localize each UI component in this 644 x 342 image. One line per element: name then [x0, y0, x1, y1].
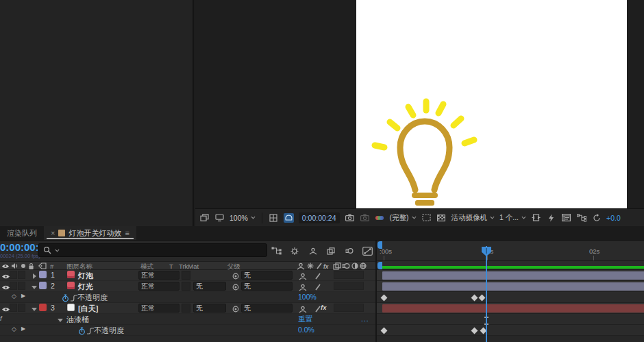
- audio-column-icon[interactable]: [10, 262, 18, 270]
- pixel-aspect-correction-icon[interactable]: [531, 213, 541, 223]
- expand-arrow-icon[interactable]: [31, 271, 37, 281]
- quality-switch-icon[interactable]: [312, 282, 323, 292]
- tab-render-queue[interactable]: 渲染队列: [0, 226, 44, 240]
- blend-mode-dropdown[interactable]: 正常: [138, 271, 179, 280]
- shy-layers-icon[interactable]: [307, 245, 319, 256]
- layer-row-2[interactable]: 2 灯光 正常 无 无: [0, 281, 375, 292]
- grid-guides-icon[interactable]: [269, 213, 279, 223]
- keyframe-navigator-diamond[interactable]: ◇: [12, 326, 16, 332]
- keyframe-diamond-icon[interactable]: [471, 327, 478, 334]
- graph-editor-icon[interactable]: [362, 245, 374, 256]
- property-row-opacity-2[interactable]: ◇ ▶ 不透明度 0.0%: [0, 325, 375, 336]
- video-column-icon[interactable]: [1, 262, 10, 270]
- panel-menu-icon[interactable]: ≡: [125, 229, 129, 237]
- keyframe-navigator-next[interactable]: ▶: [21, 326, 25, 332]
- composition-flowchart-icon[interactable]: [576, 213, 586, 223]
- layer-row-3[interactable]: 3 [白天] 正常 无 无 fx: [0, 303, 375, 314]
- layer-row-1[interactable]: 1 灯泡 正常 无: [0, 270, 375, 281]
- blend-mode-dropdown[interactable]: 正常: [138, 304, 179, 313]
- multi-view-icon[interactable]: [199, 213, 210, 223]
- parent-dropdown[interactable]: 无: [241, 304, 293, 313]
- label-color-box[interactable]: [39, 282, 47, 289]
- magnification-dropdown[interactable]: 100%: [230, 214, 256, 222]
- primary-viewer-icon[interactable]: [214, 213, 225, 223]
- motion-blur-icon[interactable]: [343, 245, 356, 256]
- keyframe-diamond-icon[interactable]: [479, 294, 486, 301]
- fx-switch[interactable]: fx: [321, 304, 326, 311]
- 3d-view-dropdown[interactable]: 活动摄像机: [451, 213, 495, 223]
- reset-link[interactable]: 重置: [298, 315, 312, 324]
- collapse-arrow-icon[interactable]: [31, 282, 37, 292]
- col-t[interactable]: T: [169, 262, 173, 270]
- preserve-transparency-cell[interactable]: [182, 282, 190, 291]
- shy-switch-icon[interactable]: [297, 304, 308, 314]
- trkmat-dropdown[interactable]: 无: [193, 282, 226, 291]
- resolution-dropdown[interactable]: (完整): [390, 213, 417, 223]
- exposure-value[interactable]: +0.0: [606, 214, 621, 222]
- draft-3d-icon[interactable]: [288, 245, 301, 256]
- pick-whip-icon[interactable]: [230, 271, 240, 281]
- lock-column-icon[interactable]: [27, 262, 35, 270]
- composition-canvas[interactable]: [356, 0, 627, 208]
- blend-mode-dropdown[interactable]: 正常: [138, 282, 179, 291]
- view-layout-dropdown[interactable]: 1 个...: [499, 213, 526, 223]
- property-name[interactable]: 不透明度: [94, 326, 124, 336]
- shy-icon[interactable]: [297, 262, 305, 270]
- quality-switch-icon[interactable]: [312, 271, 323, 281]
- audio-cell[interactable]: [10, 282, 17, 290]
- transparency-grid-icon[interactable]: [436, 213, 447, 223]
- snapshot-camera-icon[interactable]: [345, 213, 355, 223]
- effect-options-link[interactable]: ...: [361, 315, 369, 323]
- lock-cell[interactable]: [18, 271, 25, 279]
- region-of-interest-icon[interactable]: [421, 213, 432, 223]
- switch-cells[interactable]: [334, 304, 364, 312]
- frame-blend-icon[interactable]: [333, 262, 341, 270]
- trkmat-dropdown[interactable]: 无: [193, 304, 226, 313]
- show-channels-icon[interactable]: [375, 213, 385, 223]
- keyframe-navigator-next[interactable]: ▶: [21, 293, 25, 299]
- time-ruler[interactable]: :00s01s02s: [377, 241, 644, 261]
- collapse-arrow-icon[interactable]: [31, 304, 37, 314]
- effect-name[interactable]: 油漆桶: [66, 315, 89, 325]
- pick-whip-icon[interactable]: [230, 304, 240, 314]
- mask-path-visibility-icon[interactable]: [284, 213, 294, 223]
- search-input[interactable]: [38, 243, 267, 257]
- audio-cell[interactable]: [10, 271, 17, 279]
- timeline-button-icon[interactable]: [561, 213, 571, 223]
- mini-flowchart-icon[interactable]: [270, 245, 282, 256]
- show-snapshot-icon[interactable]: [360, 213, 370, 223]
- property-name[interactable]: 不透明度: [77, 293, 108, 303]
- parent-dropdown[interactable]: 无: [241, 271, 293, 280]
- preserve-transparency-cell[interactable]: [182, 304, 190, 313]
- frame-blending-icon[interactable]: [325, 245, 337, 256]
- switch-cells[interactable]: [334, 271, 364, 279]
- keyframe-diamond-icon[interactable]: [471, 294, 478, 301]
- reset-exposure-icon[interactable]: [591, 213, 602, 223]
- fast-preview-icon[interactable]: [546, 213, 556, 223]
- layer-name[interactable]: 灯泡: [78, 271, 93, 281]
- audio-cell[interactable]: [10, 304, 17, 312]
- col-trkmat[interactable]: TrkMat: [179, 262, 199, 270]
- collapse-arrow-icon[interactable]: [55, 315, 65, 325]
- layer-duration-bar[interactable]: [382, 271, 644, 280]
- collapse-transformations-icon[interactable]: [306, 262, 314, 270]
- shy-switch-icon[interactable]: [297, 282, 308, 292]
- 3d-layer-icon[interactable]: [359, 262, 367, 270]
- close-tab-icon[interactable]: ×: [51, 229, 55, 237]
- lock-cell[interactable]: [18, 282, 25, 290]
- layer-duration-bar[interactable]: [382, 282, 644, 291]
- work-area-start-handle-2[interactable]: [377, 262, 382, 269]
- layer-name[interactable]: 灯光: [78, 282, 93, 292]
- effect-row-paint-bucket[interactable]: f 油漆桶 重置 ...: [0, 314, 375, 325]
- layer-name[interactable]: [白天]: [78, 304, 98, 314]
- property-row-opacity[interactable]: ◇ ▶ 不透明度 100%: [0, 292, 375, 303]
- work-area-start-handle[interactable]: [377, 241, 382, 249]
- adjustment-layer-icon[interactable]: [351, 262, 359, 270]
- pick-whip-icon[interactable]: [230, 282, 240, 292]
- parent-dropdown[interactable]: 无: [241, 282, 293, 291]
- preview-time[interactable]: 0:00:00:24: [299, 212, 340, 223]
- fx-icon[interactable]: fx: [323, 262, 332, 270]
- playhead-line[interactable]: [486, 246, 487, 342]
- fx-badge[interactable]: f: [0, 315, 2, 322]
- preserve-transparency-cell[interactable]: [182, 271, 190, 280]
